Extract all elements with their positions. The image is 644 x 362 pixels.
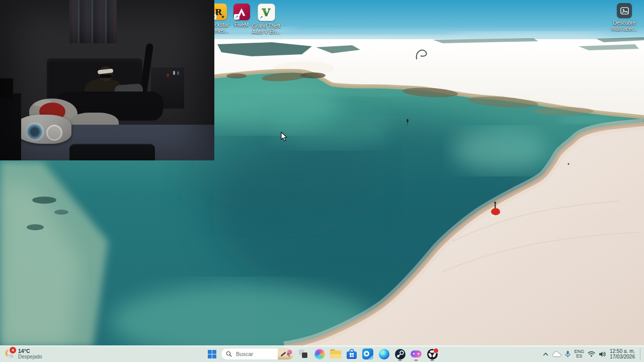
desktop-icon-gtav[interactable]: V ↗ Grand Theft Auto V En... — [250, 4, 282, 35]
edge-button[interactable] — [377, 347, 391, 361]
taskbar: 4 14°C Despejado — [0, 345, 644, 362]
volume-icon[interactable] — [599, 351, 606, 357]
search-box[interactable] — [221, 348, 294, 360]
edge-icon — [379, 349, 389, 359]
gta-v-icon: V ↗ — [258, 4, 275, 21]
windows-logo-icon — [208, 350, 216, 358]
running-indicator — [431, 359, 434, 361]
person-in-water — [407, 119, 409, 123]
desktop: R★ ↗ Rockstar Games... ↗ FiveM V ↗ Grand… — [0, 0, 644, 362]
language-indicator[interactable]: ENG ES — [574, 349, 584, 358]
folder-icon — [330, 349, 341, 358]
microphone-icon[interactable] — [565, 350, 571, 358]
recording-badge — [433, 348, 439, 353]
start-button[interactable] — [205, 347, 219, 361]
microsoft-store-button[interactable] — [345, 347, 359, 361]
search-highlight-image[interactable] — [278, 348, 294, 360]
task-view-button[interactable] — [296, 347, 310, 361]
wifi-icon[interactable] — [588, 351, 595, 357]
taskbar-center — [205, 346, 439, 362]
outlook-button[interactable] — [361, 347, 375, 361]
fivem-icon: ↗ — [233, 4, 250, 20]
running-indicator — [398, 359, 402, 361]
desktop-icon-label: Grand Theft Auto V En... — [250, 23, 282, 35]
system-tray: ENG ES 12:50 a. m. 17/03/2026 — [543, 346, 642, 362]
tray-date: 17/03/2026 — [610, 354, 635, 359]
steam-icon — [395, 349, 406, 359]
weather-moon-icon: 4 — [3, 348, 15, 360]
show-desktop-button[interactable] — [640, 348, 642, 359]
webcam-overlay — [0, 0, 214, 160]
picture-icon — [617, 3, 632, 18]
store-bag-icon — [346, 348, 357, 359]
clock[interactable]: 12:50 a. m. 17/03/2026 — [610, 348, 635, 359]
xbox-button[interactable] — [409, 347, 423, 361]
search-icon — [226, 351, 232, 357]
gamepad-icon — [411, 350, 422, 357]
copilot-button[interactable] — [312, 347, 327, 361]
shortcut-arrow-icon: ↗ — [234, 14, 239, 20]
outlook-icon — [362, 348, 373, 359]
weather-temperature: 14°C — [18, 348, 42, 354]
weather-condition: Despejado — [18, 354, 42, 359]
file-explorer-button[interactable] — [329, 347, 343, 361]
search-input[interactable] — [235, 350, 277, 357]
weather-widget[interactable]: 4 14°C Despejado — [3, 346, 42, 362]
mouse-cursor — [281, 132, 288, 144]
task-view-icon — [299, 349, 308, 358]
obs-icon — [427, 349, 438, 359]
tray-time: 12:50 a. m. — [610, 348, 635, 354]
notification-badge: 4 — [9, 346, 17, 354]
beach-speck — [568, 163, 569, 164]
onedrive-cloud-icon[interactable] — [552, 351, 561, 357]
copilot-icon — [314, 349, 325, 359]
obs-button[interactable] — [425, 347, 439, 361]
tray-chevron-up-icon[interactable] — [543, 352, 548, 356]
desktop-icon-label: Descubre más acer... — [608, 20, 640, 32]
shortcut-arrow-icon: ↗ — [259, 15, 264, 20]
desktop-icon-spotlight[interactable]: Descubre más acer... — [608, 3, 640, 32]
steam-button[interactable] — [393, 347, 407, 361]
running-indicator — [415, 359, 418, 361]
